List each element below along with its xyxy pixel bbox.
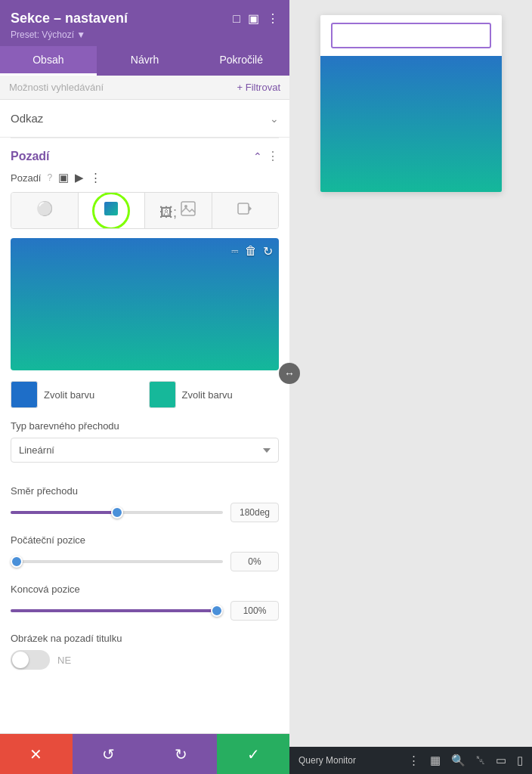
pozadi-collapse-icon[interactable]: ⌃ xyxy=(253,150,262,163)
no-bg-icon: ⚪ xyxy=(36,201,53,216)
qm-grid-icon[interactable]: ▦ xyxy=(430,754,441,767)
pozadi-header-right: ⌃ ⋮ xyxy=(253,149,279,163)
qm-tablet-icon[interactable]: ▭ xyxy=(496,754,506,767)
layout-icon[interactable]: ▣ xyxy=(248,11,259,26)
bg-type-video[interactable] xyxy=(212,193,279,228)
panel-title: Sekce – nastavení xyxy=(11,11,128,26)
desktop-bg-icon[interactable]: ▣ xyxy=(58,171,69,184)
qm-icons: ⋮ ▦ 🔍 ␀ ▭ ▯ xyxy=(408,754,523,767)
redo-button[interactable]: ↻ xyxy=(145,734,218,774)
start-position-label: Počáteční pozice xyxy=(11,534,279,546)
preset-label[interactable]: Preset: Výchozí ▼ xyxy=(11,29,85,40)
svg-marker-4 xyxy=(249,206,252,212)
start-position-section: Počáteční pozice 0% xyxy=(11,534,279,571)
direction-section: Směr přechodu 180deg xyxy=(11,485,279,522)
gradient-type-section: Typ barevného přechodu Lineární Radiální xyxy=(11,420,279,475)
pozadi-controls-row: Pozadí ? ▣ ▶ ⋮ xyxy=(11,171,279,184)
query-monitor-bar: Query Monitor ⋮ ▦ 🔍 ␀ ▭ ▯ xyxy=(289,747,532,774)
canvas-area: ↔ xyxy=(289,0,532,747)
gradient-icon xyxy=(103,200,119,217)
odkaz-label: Odkaz xyxy=(11,112,43,125)
bg-type-buttons: ⚪ 🖼; xyxy=(11,192,279,229)
qm-search-icon[interactable]: 🔍 xyxy=(451,754,466,767)
gradient-type-label: Typ barevného přechodu xyxy=(11,420,279,432)
start-slider-value[interactable]: 0% xyxy=(230,552,279,571)
svg-rect-1 xyxy=(181,202,195,215)
resize-handle[interactable]: ↔ xyxy=(279,363,300,384)
tab-pokrocile[interactable]: Pokročilé xyxy=(193,46,289,76)
bg-more-icon[interactable]: ⋮ xyxy=(90,171,101,184)
help-icon[interactable]: ? xyxy=(47,172,52,183)
preview-gradient-block xyxy=(320,56,502,192)
svg-rect-3 xyxy=(238,203,249,214)
start-slider-track[interactable] xyxy=(11,560,223,563)
end-slider-thumb[interactable] xyxy=(211,605,223,617)
cursor-icon[interactable]: ▶ xyxy=(75,171,84,184)
panel-header-top: Sekce – nastavení □ ▣ ⋮ xyxy=(11,11,279,26)
bg-type-none[interactable]: ⚪ xyxy=(11,193,79,228)
image-bg-icon xyxy=(180,200,196,217)
panel-content: Odkaz ⌄ Pozadí ⌃ ⋮ Pozadí ? ▣ ▶ ⋮ xyxy=(0,100,289,733)
more-icon[interactable]: ⋮ xyxy=(267,11,279,26)
end-slider-track[interactable] xyxy=(11,609,223,612)
qm-menu-icon[interactable]: ⋮ xyxy=(408,754,419,767)
pozadi-field-label: Pozadí xyxy=(11,172,41,184)
toggle-row: NE xyxy=(11,650,279,670)
odkaz-section[interactable]: Odkaz ⌄ xyxy=(0,100,289,138)
expand-icon[interactable]: □ xyxy=(233,12,240,26)
color-swatch-1[interactable] xyxy=(11,381,38,408)
pozadi-section-header: Pozadí ⌃ ⋮ xyxy=(11,149,279,163)
color-btn-1-label[interactable]: Zvolit barvu xyxy=(44,389,94,401)
direction-slider-thumb[interactable] xyxy=(111,506,123,519)
preset-row: Preset: Výchozí ▼ xyxy=(11,29,279,40)
panel-header: Sekce – nastavení □ ▣ ⋮ Preset: Výchozí … xyxy=(0,0,289,46)
pozadi-more-icon[interactable]: ⋮ xyxy=(267,149,279,163)
end-slider-fill xyxy=(11,609,223,612)
preview-input xyxy=(331,23,491,48)
end-position-section: Koncová pozice 100% xyxy=(11,584,279,621)
toggle-thumb xyxy=(12,652,29,668)
color-picker-1: Zvolit barvu xyxy=(11,381,141,408)
filter-button[interactable]: + Filtrovat xyxy=(237,82,280,93)
cancel-button[interactable]: ✕ xyxy=(0,734,73,774)
search-placeholder: Možnosti vyhledávání xyxy=(9,82,104,93)
video-bg-icon xyxy=(237,200,253,217)
image-icon: 🖼; xyxy=(159,205,177,220)
resize-icon: ↔ xyxy=(284,367,295,379)
toggle-switch[interactable] xyxy=(11,650,50,670)
query-monitor-label: Query Monitor xyxy=(298,755,356,766)
end-slider-value[interactable]: 100% xyxy=(230,601,279,621)
copy-gradient-icon[interactable]: ⎓ xyxy=(231,244,239,259)
qm-mobile-icon[interactable]: ▯ xyxy=(517,754,523,767)
delete-gradient-icon[interactable]: 🗑 xyxy=(245,244,257,259)
reset-gradient-icon[interactable]: ↻ xyxy=(263,244,273,259)
panel-header-icons: □ ▣ ⋮ xyxy=(233,11,279,26)
color-picker-2: Zvolit barvu xyxy=(149,381,280,408)
tab-navrh[interactable]: Návrh xyxy=(97,46,193,76)
bg-type-image[interactable]: 🖼; xyxy=(145,193,212,228)
pozadi-section: Pozadí ⌃ ⋮ Pozadí ? ▣ ▶ ⋮ ⚪ xyxy=(0,138,289,670)
undo-button[interactable]: ↺ xyxy=(73,734,145,774)
start-slider-thumb[interactable] xyxy=(11,556,23,568)
gradient-type-select[interactable]: Lineární Radiální xyxy=(11,438,279,463)
end-slider-row: 100% xyxy=(11,601,279,621)
svg-rect-0 xyxy=(104,202,118,215)
direction-slider-row: 180deg xyxy=(11,503,279,522)
odkaz-chevron-icon: ⌄ xyxy=(270,113,279,125)
search-bar: Možnosti vyhledávání + Filtrovat xyxy=(0,76,289,100)
direction-label: Směr přechodu xyxy=(11,485,279,497)
right-panel: ↔ Query Monitor ⋮ ▦ 🔍 ␀ ▭ ▯ xyxy=(289,0,532,774)
gradient-preview-actions: ⎓ 🗑 ↻ xyxy=(231,244,273,259)
direction-slider-value[interactable]: 180deg xyxy=(230,503,279,522)
tab-obsah[interactable]: Obsah xyxy=(0,46,97,76)
direction-slider-fill xyxy=(11,511,117,514)
bg-type-gradient[interactable] xyxy=(79,193,146,228)
qm-desktop-icon[interactable]: ␀ xyxy=(476,754,485,767)
color-btn-2-label[interactable]: Zvolit barvu xyxy=(182,389,233,401)
color-swatch-2[interactable] xyxy=(149,381,176,408)
pozadi-title: Pozadí xyxy=(11,150,50,163)
end-position-label: Koncová pozice xyxy=(11,584,279,595)
start-slider-row: 0% xyxy=(11,552,279,571)
save-button[interactable]: ✓ xyxy=(217,734,289,774)
direction-slider-track[interactable] xyxy=(11,511,223,514)
